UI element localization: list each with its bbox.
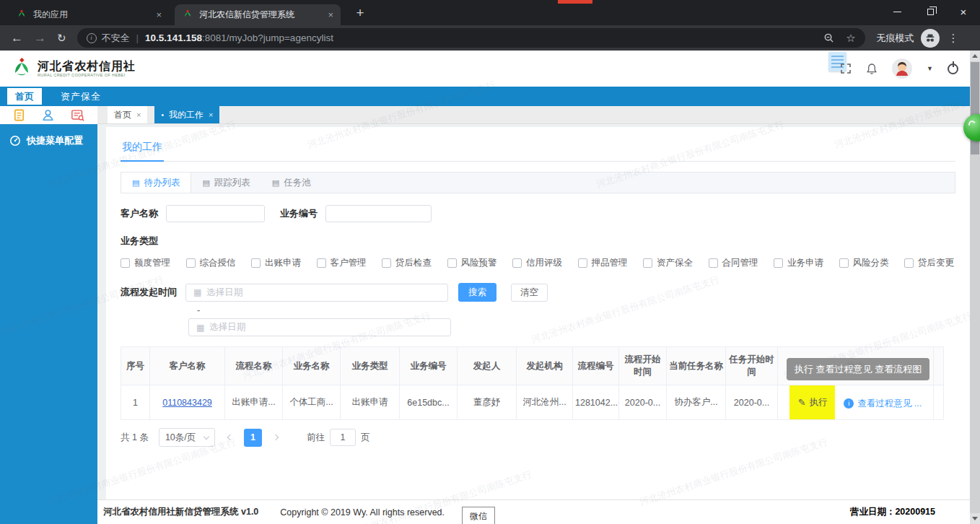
- cell-task-name: 协办客户...: [667, 385, 726, 420]
- tab-label: 跟踪列表: [214, 177, 250, 189]
- chevron-down-icon[interactable]: ▼: [927, 65, 933, 72]
- goto-page-input[interactable]: [330, 429, 356, 446]
- back-icon[interactable]: ←: [11, 32, 23, 44]
- nav-item-home[interactable]: 首页: [7, 88, 42, 105]
- cell-seq: 1: [121, 385, 150, 420]
- checkbox-icon: [839, 258, 849, 268]
- active-dot: •: [161, 111, 164, 119]
- tab-title: 河北农信新信贷管理系统: [199, 9, 294, 21]
- business-no-input[interactable]: [325, 205, 432, 222]
- customer-name-input[interactable]: [166, 205, 265, 222]
- checkbox-option[interactable]: 资产保全: [643, 257, 693, 269]
- scroll-down-button[interactable]: [970, 513, 980, 524]
- bell-icon[interactable]: [866, 63, 878, 75]
- tab-close-icon[interactable]: ×: [156, 9, 162, 20]
- date-picker-start[interactable]: ▦ 选择日期: [185, 284, 448, 302]
- nav-item-asset-preservation[interactable]: 资产保全: [61, 90, 101, 103]
- col-actions: 操作 执行 查看过程意见 查看流程图: [778, 347, 934, 385]
- list-icon: ▤: [202, 178, 209, 188]
- sidebar-item-quick-menu[interactable]: 快捷菜单配置: [0, 124, 97, 147]
- logout-power-icon[interactable]: [948, 64, 958, 74]
- triangle-up-icon: [972, 54, 978, 58]
- col-gutter: [934, 347, 944, 385]
- prev-page-button[interactable]: [222, 435, 238, 440]
- checkbox-option[interactable]: 押品管理: [578, 257, 628, 269]
- tab-label: 待办列表: [144, 177, 180, 189]
- user-avatar[interactable]: [892, 58, 912, 79]
- view-opinion-link[interactable]: i查看过程意见 ...: [844, 398, 922, 410]
- customer-name-label: 客户名称: [121, 207, 158, 220]
- gauge-icon: [9, 135, 21, 147]
- browser-tab-credit-system[interactable]: 河北农信新信贷管理系统 ×: [175, 4, 341, 25]
- tab-task-pool[interactable]: ▤任务池: [261, 173, 322, 193]
- checkbox-option[interactable]: 合同管理: [709, 257, 758, 269]
- checkbox-option[interactable]: 出账申请: [251, 257, 301, 269]
- forward-icon[interactable]: →: [34, 32, 46, 44]
- new-tab-button[interactable]: +: [351, 4, 369, 22]
- checkbox-option[interactable]: 额度管理: [121, 257, 170, 269]
- checkbox-option[interactable]: 业务申请: [774, 257, 823, 269]
- page-tab-home[interactable]: 首页 ×: [108, 106, 147, 123]
- site-favicon: [182, 9, 193, 21]
- info-icon[interactable]: i: [87, 33, 97, 43]
- col-process: 流程名称: [225, 347, 283, 385]
- close-icon[interactable]: ×: [136, 110, 141, 119]
- col-task-start: 任务开始时间: [726, 347, 778, 385]
- fullscreen-icon[interactable]: [840, 63, 852, 74]
- list-icon: ▤: [272, 178, 279, 188]
- bookmark-star-icon[interactable]: ☆: [846, 32, 855, 45]
- customer-icon[interactable]: [41, 108, 55, 122]
- window-minimize-button[interactable]: [880, 0, 914, 24]
- page-number-current[interactable]: 1: [244, 429, 262, 447]
- col-biztype: 业务类型: [341, 347, 400, 385]
- pencil-icon: ✎: [798, 397, 806, 408]
- highlight-shine: [968, 120, 977, 129]
- tab-todo-list[interactable]: ▤待办列表: [121, 173, 191, 193]
- checkbox-option[interactable]: 风险预警: [447, 257, 497, 269]
- checkbox-option[interactable]: 贷后变更: [904, 257, 954, 269]
- task-table: 序号 客户名称 流程名称 业务名称 业务类型 业务编号 发起人 发起机构 流程编…: [121, 346, 944, 420]
- date-picker-end[interactable]: ▦ 选择日期: [188, 318, 451, 336]
- window-maximize-button[interactable]: [914, 0, 947, 24]
- list-tab-bar: ▤待办列表 ▤跟踪列表 ▤任务池: [121, 172, 955, 193]
- execute-action[interactable]: ✎执行: [789, 385, 835, 419]
- checkbox-option[interactable]: 信用评级: [512, 257, 562, 269]
- col-task-name: 当前任务名称: [667, 347, 726, 385]
- col-initiator: 发起人: [458, 347, 517, 385]
- content-card: 我的工作 ▤待办列表 ▤跟踪列表 ▤任务池 客户名称 业务编号: [106, 127, 970, 499]
- address-bar[interactable]: i 不安全 | 10.5.141.158 :8081/myJob?jump=ag…: [77, 28, 865, 48]
- tab-tracking-list[interactable]: ▤跟踪列表: [191, 173, 261, 193]
- page-title: 我的工作: [121, 141, 164, 162]
- page-size-select[interactable]: 10条/页: [159, 428, 215, 447]
- tab-close-icon[interactable]: ×: [328, 9, 333, 20]
- window-close-button[interactable]: ×: [947, 0, 980, 24]
- checkbox-option[interactable]: 贷后检查: [382, 257, 432, 269]
- reload-icon[interactable]: ↻: [57, 32, 66, 43]
- page-tab-my-work[interactable]: • 我的工作 ×: [154, 106, 219, 123]
- col-bizno: 业务编号: [400, 347, 458, 385]
- checkbox-option[interactable]: 综合授信: [186, 257, 236, 269]
- list-icon: ▤: [132, 178, 139, 188]
- browser-menu-icon[interactable]: ⋮: [948, 32, 959, 45]
- checkbox-option[interactable]: 客户管理: [317, 257, 367, 269]
- next-page-button[interactable]: [268, 435, 284, 440]
- zoom-icon[interactable]: [823, 32, 834, 43]
- chevron-left-icon: [227, 435, 233, 440]
- recording-indicator-bar: [558, 0, 592, 4]
- document-icon[interactable]: [12, 108, 26, 122]
- wechat-button[interactable]: 微信: [462, 507, 495, 524]
- search-button[interactable]: 搜索: [458, 283, 496, 302]
- customer-link[interactable]: 0110843429: [162, 398, 212, 408]
- scroll-up-button[interactable]: [970, 51, 980, 61]
- checkbox-icon: [317, 258, 326, 268]
- col-org: 发起机构: [517, 347, 573, 385]
- page-unit-label: 页: [361, 432, 370, 444]
- cell-initiator: 董彦妤: [458, 385, 517, 420]
- left-sidebar: 快捷菜单配置: [0, 106, 97, 524]
- clear-button[interactable]: 清空: [511, 284, 548, 302]
- checkbox-icon: [382, 258, 391, 268]
- close-icon[interactable]: ×: [209, 110, 213, 119]
- checkbox-option[interactable]: 风险分类: [839, 257, 889, 269]
- list-search-icon[interactable]: [71, 108, 85, 122]
- browser-tab-my-apps[interactable]: 我的应用 ×: [9, 4, 169, 25]
